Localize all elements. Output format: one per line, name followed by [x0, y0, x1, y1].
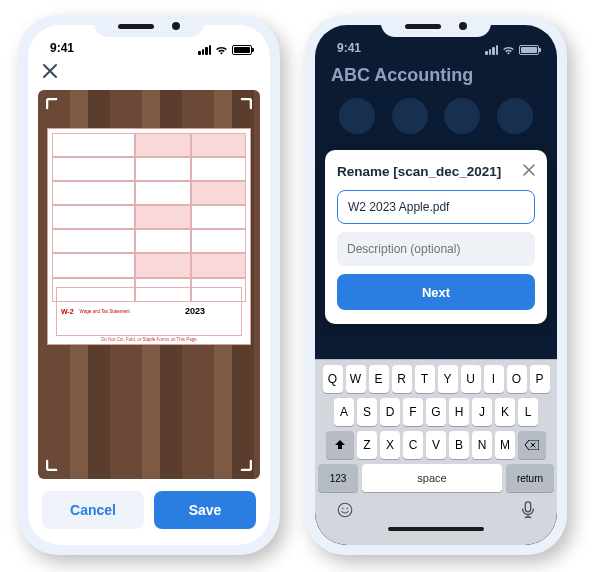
form-year: 2023 [185, 306, 205, 316]
key-b[interactable]: B [449, 431, 469, 459]
key-p[interactable]: P [530, 365, 550, 393]
key-z[interactable]: Z [357, 431, 377, 459]
wifi-icon [502, 45, 515, 55]
signal-icon [198, 45, 211, 55]
key-e[interactable]: E [369, 365, 389, 393]
key-c[interactable]: C [403, 431, 423, 459]
key-u[interactable]: U [461, 365, 481, 393]
save-button[interactable]: Save [154, 491, 256, 529]
scanned-document: W-2 Wage and Tax Statement 2023 Do Not C… [47, 128, 251, 346]
svg-point-1 [342, 508, 344, 510]
keyboard: QWERTYUIOP ASDFGHJKL ZXCVBNM 123 space r… [315, 359, 557, 545]
filename-input[interactable] [337, 190, 535, 224]
key-s[interactable]: S [357, 398, 377, 426]
description-input[interactable] [337, 232, 535, 266]
form-title: Wage and Tax Statement [80, 309, 130, 314]
status-time: 9:41 [337, 41, 361, 55]
dimmed-icon [497, 98, 533, 134]
key-t[interactable]: T [415, 365, 435, 393]
key-l[interactable]: L [518, 398, 538, 426]
key-v[interactable]: V [426, 431, 446, 459]
form-tag: W-2 [61, 308, 74, 315]
emoji-key[interactable] [336, 501, 354, 523]
dimmed-icon [339, 98, 375, 134]
form-footer-note: Do Not Cut, Fold, or Staple Forms on Thi… [52, 337, 246, 344]
app-title: ABC Accounting [331, 65, 541, 86]
key-d[interactable]: D [380, 398, 400, 426]
key-o[interactable]: O [507, 365, 527, 393]
keyboard-row-1: QWERTYUIOP [318, 365, 554, 393]
dimmed-action-row [331, 98, 541, 134]
crop-corner-tr[interactable] [236, 98, 252, 114]
screen-rename: 9:41 ABC Accounting Rename [scan_dec_202… [315, 25, 557, 545]
notch [94, 15, 204, 37]
battery-icon [519, 45, 539, 55]
close-button[interactable] [42, 61, 58, 84]
keyboard-footer [318, 497, 554, 523]
bottom-button-row: Cancel Save [28, 479, 270, 545]
cancel-button[interactable]: Cancel [42, 491, 144, 529]
svg-point-2 [347, 508, 349, 510]
key-w[interactable]: W [346, 365, 366, 393]
notch [381, 15, 491, 37]
key-a[interactable]: A [334, 398, 354, 426]
shift-icon [334, 439, 346, 451]
dimmed-icon [392, 98, 428, 134]
emoji-icon [336, 501, 354, 519]
keyboard-row-2: ASDFGHJKL [318, 398, 554, 426]
key-q[interactable]: Q [323, 365, 343, 393]
return-key[interactable]: return [506, 464, 554, 492]
crop-corner-bl[interactable] [46, 455, 62, 471]
key-m[interactable]: M [495, 431, 515, 459]
keyboard-row-3: ZXCVBNM [318, 431, 554, 459]
key-r[interactable]: R [392, 365, 412, 393]
keyboard-row-4: 123 space return [318, 464, 554, 492]
mic-icon [520, 501, 536, 519]
key-k[interactable]: K [495, 398, 515, 426]
close-icon [523, 164, 535, 176]
phone-scanner: 9:41 [18, 15, 280, 555]
signal-icon [485, 45, 498, 55]
dimmed-icon [444, 98, 480, 134]
phone-rename: 9:41 ABC Accounting Rename [scan_dec_202… [305, 15, 567, 555]
key-h[interactable]: H [449, 398, 469, 426]
status-icons [485, 45, 539, 55]
key-j[interactable]: J [472, 398, 492, 426]
backspace-icon [525, 440, 539, 450]
key-f[interactable]: F [403, 398, 423, 426]
crop-corner-tl[interactable] [46, 98, 62, 114]
header-row [28, 55, 270, 90]
key-x[interactable]: X [380, 431, 400, 459]
mic-key[interactable] [520, 501, 536, 523]
key-i[interactable]: I [484, 365, 504, 393]
scan-preview[interactable]: W-2 Wage and Tax Statement 2023 Do Not C… [38, 90, 260, 479]
rename-modal: Rename [scan_dec_2021] Next [325, 150, 547, 324]
modal-header: Rename [scan_dec_2021] [337, 162, 535, 180]
modal-title: Rename [scan_dec_2021] [337, 164, 501, 179]
backspace-key[interactable] [518, 431, 546, 459]
battery-icon [232, 45, 252, 55]
wifi-icon [215, 45, 228, 55]
key-y[interactable]: Y [438, 365, 458, 393]
home-indicator[interactable] [388, 527, 484, 531]
next-button[interactable]: Next [337, 274, 535, 310]
key-g[interactable]: G [426, 398, 446, 426]
shift-key[interactable] [326, 431, 354, 459]
space-key[interactable]: space [362, 464, 502, 492]
status-icons [198, 45, 252, 55]
key-n[interactable]: N [472, 431, 492, 459]
dimmed-header: ABC Accounting [315, 55, 557, 140]
crop-corner-br[interactable] [236, 455, 252, 471]
modal-close-button[interactable] [523, 162, 535, 180]
screen-scanner: 9:41 [28, 25, 270, 545]
svg-point-0 [338, 503, 352, 517]
close-icon [42, 63, 58, 79]
numbers-key[interactable]: 123 [318, 464, 358, 492]
status-time: 9:41 [50, 41, 74, 55]
svg-rect-3 [525, 502, 530, 512]
